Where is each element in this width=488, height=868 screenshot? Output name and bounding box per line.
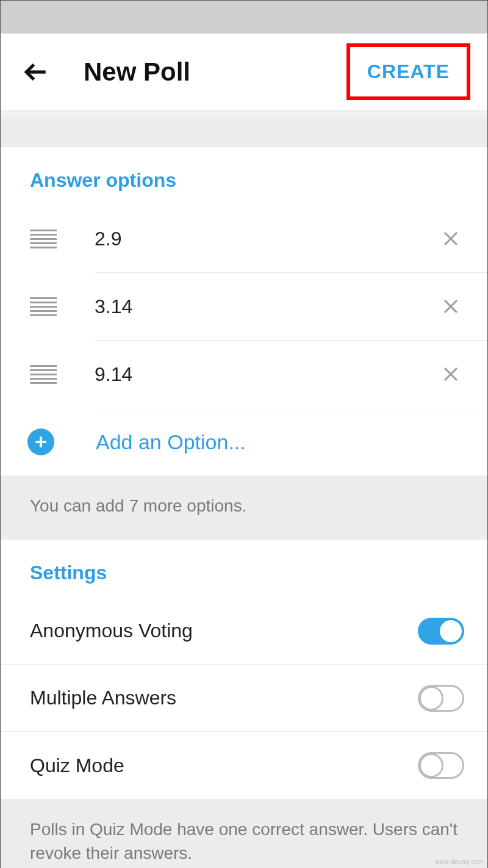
- watermark: www.deuaq.com: [435, 858, 484, 865]
- close-icon: [442, 230, 460, 248]
- add-option-row[interactable]: Add an Option...: [1, 408, 487, 476]
- answer-options-section: Answer options 2.9 3.14 9.14: [1, 147, 487, 476]
- option-input[interactable]: 9.14: [95, 363, 437, 386]
- status-bar: [1, 1, 487, 34]
- settings-section: Settings Anonymous Voting Multiple Answe…: [1, 540, 487, 799]
- option-input[interactable]: 3.14: [95, 295, 437, 318]
- options-hint: You can add 7 more options.: [1, 476, 487, 540]
- close-icon: [442, 365, 460, 383]
- setting-label: Anonymous Voting: [30, 620, 193, 642]
- remove-option-button[interactable]: [437, 225, 464, 252]
- toggle-multiple-answers[interactable]: [418, 685, 464, 712]
- option-row: 9.14: [1, 341, 487, 408]
- option-row: 3.14: [1, 273, 487, 340]
- plus-icon: [27, 429, 54, 455]
- header-bar: New Poll CREATE: [1, 34, 487, 110]
- page-title: New Poll: [84, 57, 346, 87]
- option-input[interactable]: 2.9: [95, 228, 437, 250]
- settings-heading: Settings: [1, 540, 487, 598]
- setting-row-anonymous-voting: Anonymous Voting: [1, 598, 487, 665]
- section-gap: [1, 118, 487, 147]
- remove-option-button[interactable]: [437, 361, 464, 388]
- toggle-quiz-mode[interactable]: [418, 752, 464, 779]
- drag-handle-icon[interactable]: [30, 297, 57, 316]
- remove-option-button[interactable]: [437, 293, 464, 320]
- add-option-placeholder: Add an Option...: [96, 430, 246, 454]
- quiz-mode-hint: Polls in Quiz Mode have one correct answ…: [1, 799, 487, 868]
- setting-row-multiple-answers: Multiple Answers: [1, 665, 487, 732]
- create-button-highlight: CREATE: [346, 43, 470, 100]
- divider: [1, 110, 487, 118]
- answer-options-heading: Answer options: [1, 147, 487, 205]
- option-row: 2.9: [1, 205, 487, 272]
- drag-handle-icon[interactable]: [30, 365, 57, 384]
- drag-handle-icon[interactable]: [30, 230, 57, 248]
- setting-label: Multiple Answers: [30, 687, 176, 709]
- toggle-anonymous-voting[interactable]: [418, 618, 464, 645]
- back-button[interactable]: [18, 54, 54, 90]
- arrow-left-icon: [23, 59, 49, 85]
- close-icon: [442, 297, 460, 316]
- setting-row-quiz-mode: Quiz Mode: [1, 732, 487, 799]
- create-button[interactable]: CREATE: [350, 47, 467, 96]
- setting-label: Quiz Mode: [30, 754, 124, 777]
